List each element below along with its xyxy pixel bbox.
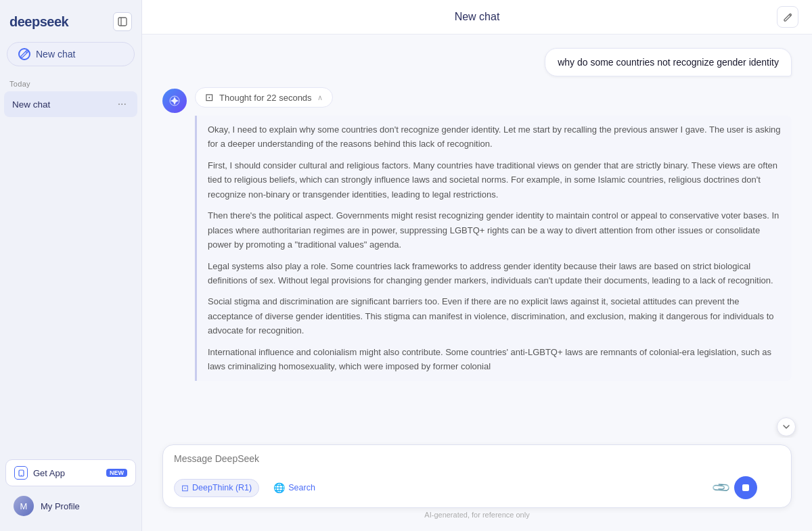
sidebar-top: deepseek [0,0,141,39]
topbar: New chat [142,0,812,34]
sidebar-bottom: Get App NEW M My Profile [0,453,141,531]
svg-line-5 [789,14,790,16]
scroll-down-button[interactable] [777,417,796,436]
thought-content: Okay, I need to explain why some countri… [195,116,792,381]
topbar-actions [777,6,798,28]
search-button[interactable]: 🌐 Search [266,478,323,497]
thought-para-4: Social stigma and discrimination are sig… [208,294,781,338]
user-message: why do some countries not recognize gend… [545,48,792,76]
logo: deepseek [9,14,68,30]
chat-item-options-icon[interactable]: ··· [115,97,129,112]
svg-rect-7 [742,484,749,491]
svg-rect-0 [118,18,127,26]
attach-icon[interactable]: 📎 [710,477,731,498]
deepthink-button[interactable]: ⊡ DeepThink (R1) [174,479,259,497]
input-area: ⊡ DeepThink (R1) 🌐 Search 📎 [142,438,812,531]
avatar: M [14,496,34,516]
profile-name: My Profile [41,501,80,511]
thought-header[interactable]: ⊡ Thought for 22 seconds ∧ [195,87,333,108]
input-toolbar: ⊡ DeepThink (R1) 🌐 Search 📎 [174,476,757,499]
new-badge: NEW [106,469,127,477]
user-message-wrap: why do some countries not recognize gend… [162,48,792,76]
ai-avatar [162,89,187,113]
topbar-title: New chat [455,11,500,23]
new-chat-button[interactable]: New chat [7,42,135,66]
main-panel: New chat why do some countries not recog… [142,0,812,531]
svg-line-2 [26,51,27,53]
phone-icon [14,466,28,480]
thought-para-3: Legal systems also play a role. Some cou… [208,259,781,288]
search-globe-icon: 🌐 [273,482,285,493]
ai-response: ⊡ Thought for 22 seconds ∧ Okay, I need … [162,87,792,384]
sidebar: deepseek New chat Today New chat ··· [0,0,142,531]
message-input[interactable] [174,453,757,469]
deepthink-icon: ⊡ [181,483,189,493]
profile-row[interactable]: M My Profile [5,492,136,520]
thought-para-1: First, I should consider cultural and re… [208,158,781,202]
input-box: ⊡ DeepThink (R1) 🌐 Search 📎 [162,444,792,508]
collapse-sidebar-button[interactable] [113,12,132,31]
thought-brain-icon: ⊡ [205,91,214,103]
chat-item-label: New chat [12,99,50,110]
new-chat-icon [18,48,30,60]
chat-area: why do some countries not recognize gend… [142,34,812,438]
chat-item[interactable]: New chat ··· [4,91,137,117]
thought-para-0: Okay, I need to explain why some countri… [208,122,781,152]
send-button[interactable] [734,476,757,499]
thought-para-5: International influence and colonialism … [208,345,781,374]
ai-content: ⊡ Thought for 22 seconds ∧ Okay, I need … [195,87,792,384]
chevron-up-icon: ∧ [317,93,323,102]
today-section-label: Today [0,76,141,91]
chat-area-wrap: why do some countries not recognize gend… [142,34,812,531]
get-app-button[interactable]: Get App NEW [5,459,136,486]
ai-footer: AI-generated, for reference only [162,508,792,520]
edit-icon[interactable] [777,6,798,28]
thought-para-2: Then there's the political aspect. Gover… [208,208,781,252]
